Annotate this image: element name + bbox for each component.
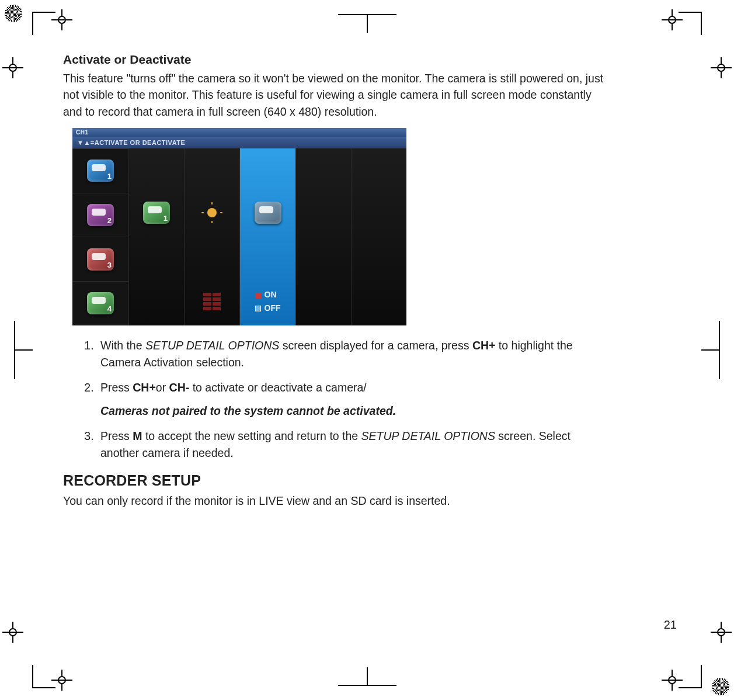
- device-hint: ▼▲=ACTIVATE OR DEACTIVATE: [72, 137, 406, 148]
- crop-mark: [679, 665, 702, 688]
- instruction-list: With the SETUP DETAIL OPTIONS screen dis…: [63, 337, 612, 462]
- crop-mark: [32, 665, 55, 688]
- registration-mark: [714, 61, 728, 75]
- camera-sidebar: 1 2 3 4: [72, 148, 128, 325]
- step-2-note: Cameras not paired to the system cannot …: [100, 403, 612, 420]
- step-1: With the SETUP DETAIL OPTIONS screen dis…: [97, 337, 612, 372]
- crop-mark: [338, 685, 396, 686]
- print-radial-tl: [5, 5, 22, 22]
- off-indicator-icon: [255, 306, 261, 311]
- col-camera: 1: [128, 148, 184, 325]
- camera-icon-3: 3: [87, 248, 114, 271]
- activate-icon: [255, 202, 281, 224]
- device-screenshot: CH1 ▼▲=ACTIVATE OR DEACTIVATE 1 2 3 4 1: [72, 128, 612, 325]
- registration-mark: [665, 673, 679, 687]
- resolution-grid-icon: [203, 293, 221, 310]
- section-heading-recorder: RECORDER SETUP: [63, 472, 612, 489]
- on-off-indicator: ON OFF: [255, 288, 281, 314]
- registration-mark: [665, 13, 679, 27]
- registration-mark: [55, 13, 69, 27]
- col-activate-selected: ON OFF: [239, 148, 295, 325]
- page-content: Activate or Deactivate This feature "tur…: [63, 53, 612, 518]
- camera-icon-2: 2: [87, 204, 114, 226]
- crop-mark: [338, 14, 396, 15]
- camera-icon-1: 1: [87, 160, 114, 182]
- print-radial-br: [712, 678, 729, 695]
- brightness-icon: [200, 201, 224, 224]
- crop-mark: [14, 321, 15, 379]
- intro-paragraph: This feature "turns off" the camera so i…: [63, 70, 612, 120]
- col-empty-2: [351, 148, 406, 325]
- registration-mark: [6, 61, 20, 75]
- camera-icon-4: 4: [87, 292, 114, 314]
- step-2: Press CH+or CH- to activate or deactivat…: [97, 379, 612, 420]
- device-title: CH1: [72, 128, 406, 137]
- subheading-activate: Activate or Deactivate: [63, 53, 612, 67]
- page-number: 21: [664, 618, 677, 632]
- step-3: Press M to accept the new setting and re…: [97, 428, 612, 462]
- registration-mark: [55, 673, 69, 687]
- crop-mark: [679, 12, 702, 35]
- col-brightness: [184, 148, 239, 325]
- camera-select-icon: 1: [143, 202, 170, 224]
- crop-mark: [32, 12, 55, 35]
- col-empty-1: [295, 148, 351, 325]
- crop-mark: [719, 321, 720, 379]
- recorder-intro: You can only record if the monitor is in…: [63, 493, 612, 509]
- on-indicator-icon: [255, 293, 261, 299]
- registration-mark: [6, 625, 20, 639]
- registration-mark: [714, 625, 728, 639]
